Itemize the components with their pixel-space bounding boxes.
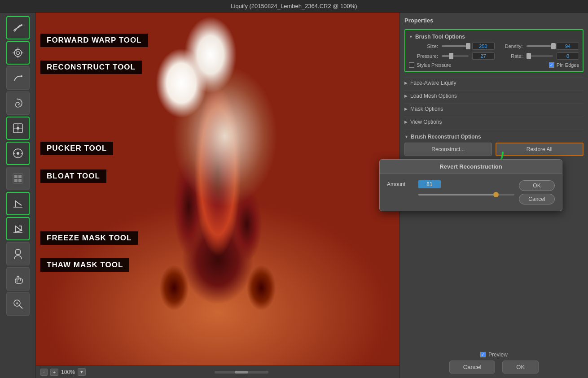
zoom-level: 100% (61, 369, 75, 375)
load-mesh-row[interactable]: ▶ Load Mesh Options (404, 91, 584, 101)
stylus-pin-row: Stylus Pressure Pin Edges (409, 62, 579, 68)
tool-face[interactable] (6, 242, 30, 265)
preview-row: Preview (404, 352, 584, 358)
rate-slider-container (527, 55, 553, 57)
load-mesh-triangle: ▶ (404, 94, 408, 98)
mask-options-label: Mask Options (410, 106, 443, 112)
preview-label: Preview (488, 352, 508, 358)
zoom-dropdown-btn[interactable]: ▾ (78, 368, 86, 376)
status-minus-btn[interactable]: - (40, 369, 48, 376)
tool-push-left[interactable] (6, 167, 30, 190)
amount-input[interactable] (418, 180, 441, 188)
amount-slider-thumb[interactable] (493, 192, 499, 197)
stylus-pressure-label: Stylus Pressure (417, 62, 451, 68)
dialog-ok-button[interactable]: OK (519, 180, 555, 191)
load-mesh-label: Load Mesh Options (410, 93, 457, 99)
brush-options-triangle: ▼ (409, 35, 413, 39)
tool-bloat[interactable] (6, 142, 30, 165)
reconstruct-triangle: ▼ (404, 135, 408, 139)
tool-pucker[interactable] (6, 117, 30, 140)
reconstruct-section-label: Brush Reconstruct Options (411, 134, 481, 140)
pressure-input[interactable] (472, 52, 495, 60)
brush-tool-options-box: ▼ Brush Tool Options Size: Density: (404, 29, 584, 72)
tool-twirl[interactable] (6, 91, 30, 115)
scroll-thumb (235, 371, 248, 374)
view-triangle: ▶ (404, 120, 408, 124)
tool-thaw-mask[interactable] (6, 217, 30, 240)
revert-dialog: Revert Reconstruction Amount OK Cancel (379, 159, 562, 211)
size-thumb[interactable] (466, 43, 470, 49)
dialog-buttons: OK Cancel (519, 180, 555, 204)
size-label: Size: (409, 43, 438, 49)
stylus-pressure-row: Stylus Pressure (409, 62, 451, 68)
title-bar: Liquify (20150824_Lembeh_2364.CR2 @ 100%… (0, 0, 588, 13)
amount-slider-fill (418, 194, 496, 196)
face-aware-triangle: ▶ (404, 81, 408, 85)
density-slider-container (527, 45, 553, 47)
tool-freeze-mask[interactable] (6, 192, 30, 215)
pressure-thumb[interactable] (449, 53, 453, 59)
dialog-body: Amount OK Cancel (380, 174, 562, 211)
view-options-row[interactable]: ▶ View Options (404, 117, 584, 127)
svg-rect-22 (18, 175, 22, 178)
pin-edges-checkbox[interactable] (549, 62, 554, 68)
pressure-slider-container (442, 55, 469, 57)
svg-rect-21 (14, 175, 18, 178)
tool-smooth[interactable] (6, 66, 30, 90)
dialog-cancel-button[interactable]: Cancel (519, 194, 555, 204)
main-ok-button[interactable]: OK (502, 361, 539, 374)
size-track[interactable] (442, 45, 469, 47)
window-title: Liquify (20150824_Lembeh_2364.CR2 @ 100%… (231, 3, 357, 9)
tool-reconstruct[interactable] (6, 41, 30, 65)
face-aware-label: Face-Aware Liquify (410, 80, 456, 86)
pressure-rate-row: Pressure: Rate: (409, 52, 579, 60)
dialog-content: Amount OK Cancel (387, 180, 555, 204)
svg-point-0 (21, 24, 22, 26)
density-fill (527, 45, 552, 47)
preview-checkbox[interactable] (480, 352, 486, 357)
density-track[interactable] (527, 45, 553, 47)
rate-thumb[interactable] (527, 53, 531, 59)
dialog-title: Revert Reconstruction (380, 160, 562, 174)
rate-track[interactable] (527, 55, 553, 57)
stylus-pressure-checkbox[interactable] (409, 62, 414, 68)
amount-row: Amount (387, 180, 514, 188)
amount-label: Amount (387, 181, 414, 187)
restore-all-button[interactable]: Restore All (496, 143, 584, 156)
density-input[interactable] (557, 43, 579, 50)
canvas-area: FORWARD WARP TOOL RECONSTRUCT TOOL PUCKE… (36, 13, 399, 378)
reconstruct-section: ▼ Brush Reconstruct Options Reconstruct.… (404, 130, 584, 156)
dialog-left: Amount (387, 180, 514, 199)
size-fill (442, 45, 466, 47)
reconstruct-button[interactable]: Reconstruct... (404, 143, 492, 156)
mask-options-row[interactable]: ▶ Mask Options (404, 104, 584, 114)
brush-options-header: ▼ Brush Tool Options (409, 34, 579, 40)
main-cancel-button[interactable]: Cancel (449, 361, 495, 374)
toolbar (0, 13, 36, 378)
rate-label: Rate: (498, 53, 523, 59)
tool-forward-warp[interactable] (6, 16, 30, 39)
scroll-bar[interactable] (215, 371, 268, 374)
canvas-image (36, 13, 399, 365)
svg-point-7 (21, 75, 22, 77)
amount-slider-container (387, 194, 514, 199)
pressure-track[interactable] (442, 55, 469, 57)
rate-input[interactable] (557, 52, 579, 60)
size-input[interactable] (472, 43, 495, 50)
svg-point-15 (17, 152, 19, 155)
reconstruct-header: ▼ Brush Reconstruct Options (404, 134, 584, 140)
tool-zoom[interactable] (6, 292, 30, 316)
bottom-section: Preview Cancel OK (404, 352, 584, 374)
svg-rect-23 (14, 179, 18, 182)
size-slider-container (442, 45, 469, 47)
density-thumb[interactable] (551, 43, 556, 49)
mask-triangle: ▶ (404, 107, 408, 111)
status-plus-btn[interactable]: + (50, 369, 58, 376)
face-aware-row[interactable]: ▶ Face-Aware Liquify (404, 78, 584, 88)
tool-hand[interactable] (6, 267, 30, 291)
svg-line-29 (19, 305, 22, 308)
svg-point-13 (17, 127, 19, 130)
bottom-btn-row: Cancel OK (404, 361, 584, 374)
amount-slider[interactable] (418, 194, 514, 196)
density-label: Density: (498, 43, 523, 49)
